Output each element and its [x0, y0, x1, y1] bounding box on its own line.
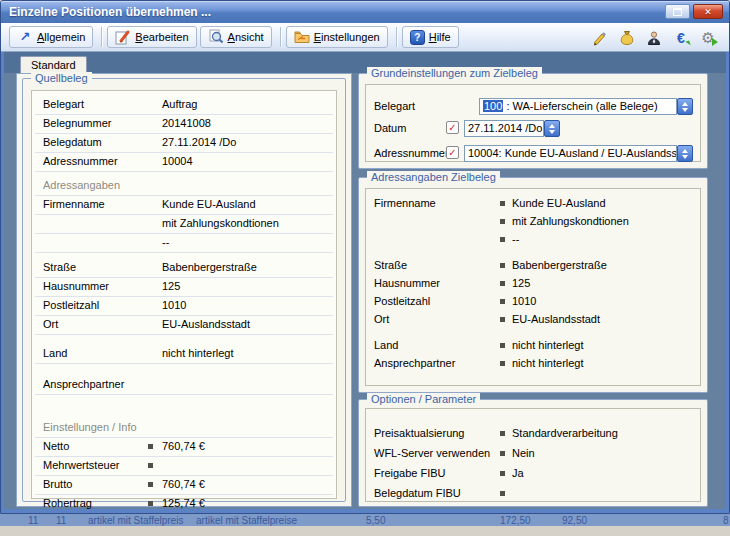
toolbar-separator: [101, 27, 102, 47]
field-row: Belegdatum27.11.2014 /Do: [35, 134, 333, 153]
toolbar: ↗ Allgemein Bearbeiten Ansicht Einstellu…: [1, 23, 729, 52]
field-row: Brutto760,74 €: [35, 476, 333, 495]
belegart-spinner[interactable]: [677, 98, 693, 115]
field-row: Mehrwertsteuer: [35, 457, 333, 476]
bullet-icon: [500, 431, 505, 436]
adressangaben-ziel-panel: FirmennameKunde EU-Ausland mit Zahlungsk…: [365, 188, 701, 386]
bullet-icon: [500, 491, 505, 496]
bullet-icon: [500, 281, 505, 286]
datum-uebernehmen-checkbox[interactable]: ✓: [446, 121, 459, 134]
field-row: BelegartAuftrag: [35, 96, 333, 115]
field-row: mit Zahlungskondtionen: [366, 213, 700, 231]
datum-spinner[interactable]: [544, 120, 560, 137]
adressnummer-uebernehmen-checkbox[interactable]: ✓: [446, 146, 459, 159]
field-row: StraßeBabenbergerstraße: [35, 259, 333, 278]
adressnummer-spinner[interactable]: [677, 145, 693, 162]
toolbar-button-allgemein[interactable]: ↗ Allgemein: [9, 26, 93, 48]
toolbar-button-einstellungen[interactable]: Einstellungen: [286, 26, 388, 48]
titlebar[interactable]: Einzelne Positionen übernehmen ... ✕: [1, 1, 729, 24]
bullet-icon: [148, 444, 153, 449]
bullet-icon: [500, 201, 505, 206]
magnifier-icon: [208, 29, 224, 45]
group-adressangaben-ziel: Adressangaben Zielbeleg FirmennameKunde …: [358, 177, 708, 393]
toolbar-label: Bearbeiten: [135, 31, 188, 43]
field-row: Postleitzahl1010: [366, 293, 700, 311]
group-grundeinstellungen: Grundeinstellungen zum Zielbeleg Belegar…: [358, 73, 708, 169]
dialog-window: Einzelne Positionen übernehmen ... ✕ ↗ A…: [0, 0, 730, 514]
field-row: --: [366, 231, 700, 249]
window-title: Einzelne Positionen übernehmen ...: [9, 5, 211, 19]
person-icon[interactable]: [645, 29, 663, 47]
bullet-icon: [500, 451, 505, 456]
field-row: Hausnummer125: [366, 275, 700, 293]
field-row: Adressnummer10004: [35, 153, 333, 172]
folder-settings-icon: [294, 29, 310, 45]
bullet-icon: [500, 343, 505, 348]
field-row: Landnicht hinterlegt: [35, 345, 333, 364]
datum-field[interactable]: 27.11.2014 /Do: [464, 120, 544, 137]
section-header: Einstellungen / Info: [35, 419, 333, 438]
bullet-icon: [500, 317, 505, 322]
belegart-select[interactable]: 100 : WA-Lieferschein (alle Belege): [479, 98, 677, 115]
field-row: Hausnummer125: [35, 278, 333, 297]
toolbar-separator: [396, 27, 397, 47]
gear-refresh-icon[interactable]: ⚙: [699, 29, 717, 47]
toolbar-separator: [280, 27, 281, 47]
close-button[interactable]: ✕: [693, 4, 723, 19]
money-bag-icon[interactable]: [618, 29, 636, 47]
group-title: Optionen / Parameter: [367, 393, 480, 406]
belegart-label: Belegart: [374, 100, 415, 112]
field-row: FirmennameKunde EU-Ausland: [366, 195, 700, 213]
field-row: StraßeBabenbergerstraße: [366, 257, 700, 275]
section-header: Adressangaben: [35, 177, 333, 196]
tab-standard[interactable]: Standard: [20, 56, 87, 73]
toolbar-label: Hilfe: [429, 31, 451, 43]
group-optionen: Optionen / Parameter PreisaktualsierungS…: [358, 399, 708, 507]
field-row: OrtEU-Auslandsstadt: [366, 311, 700, 329]
toolbar-label: Einstellungen: [314, 31, 380, 43]
field-row: Landnicht hinterlegt: [366, 337, 700, 355]
restore-button[interactable]: [665, 4, 690, 19]
edit-tool-icon: [115, 29, 131, 45]
group-title: Grundeinstellungen zum Zielbeleg: [367, 67, 542, 80]
field-row: FirmennameKunde EU-Ausland: [35, 196, 333, 215]
field-row: Postleitzahl1010: [35, 297, 333, 316]
toolbar-button-ansicht[interactable]: Ansicht: [200, 26, 272, 48]
group-title: Quellbeleg: [31, 72, 92, 85]
bullet-icon: [148, 463, 153, 468]
datum-label: Datum: [374, 122, 406, 134]
bullet-icon: [500, 361, 505, 366]
bullet-icon: [148, 501, 153, 506]
optionen-panel: PreisaktualsierungStandardverarbeitung W…: [365, 408, 701, 502]
bullet-icon: [500, 219, 505, 224]
group-quellbeleg: Quellbeleg BelegartAuftrag Belegnummer20…: [22, 78, 346, 502]
bullet-icon: [500, 237, 505, 242]
arrow-ne-icon: ↗: [17, 29, 33, 45]
check-icon: ✓: [448, 147, 456, 158]
tab-page: Quellbeleg BelegartAuftrag Belegnummer20…: [16, 73, 352, 507]
toolbar-button-hilfe[interactable]: ? Hilfe: [402, 26, 459, 48]
field-row: Belegnummer20141008: [35, 115, 333, 134]
toolbar-label: Allgemein: [37, 31, 85, 43]
field-row: WFL-Server verwendenNein: [366, 445, 700, 463]
bullet-icon: [500, 471, 505, 476]
group-title: Adressangaben Zielbeleg: [367, 171, 500, 184]
adressnummer-field[interactable]: 10004: Kunde EU-Ausland / EU-Auslandssta…: [464, 145, 677, 162]
field-row: Ansprechpartnernicht hinterlegt: [366, 355, 700, 373]
field-row: PreisaktualsierungStandardverarbeitung: [366, 425, 700, 443]
bullet-icon: [500, 299, 505, 304]
help-icon: ?: [410, 30, 425, 45]
field-row: Freigabe FIBUJa: [366, 465, 700, 483]
field-row: --: [35, 234, 333, 253]
field-row: Rohertrag125,74 €: [35, 495, 333, 509]
sign-pen-icon[interactable]: [591, 29, 609, 47]
grundeinstellungen-panel: Belegart 100 : WA-Lieferschein (alle Bel…: [365, 84, 701, 162]
bullet-icon: [148, 482, 153, 487]
toolbar-label: Ansicht: [228, 31, 264, 43]
tab-strip: [4, 52, 726, 73]
bullet-icon: [500, 263, 505, 268]
toolbar-button-bearbeiten[interactable]: Bearbeiten: [107, 26, 196, 48]
field-row: Ansprechpartner: [35, 376, 333, 395]
field-row: mit Zahlungskondtionen: [35, 215, 333, 234]
euro-icon[interactable]: €: [672, 29, 690, 47]
